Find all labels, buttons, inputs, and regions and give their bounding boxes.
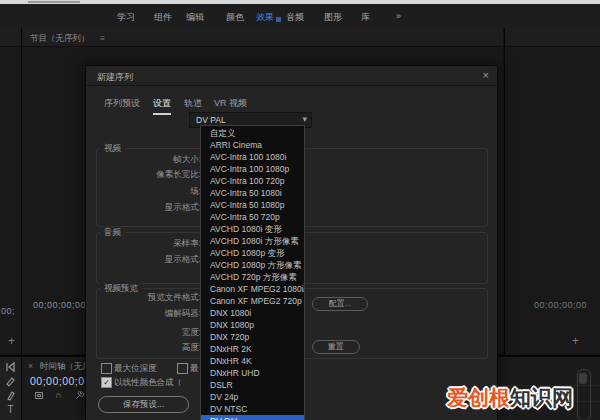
dropdown-item-24[interactable]: DV NTSC (201, 403, 304, 415)
field-label: 帧大小: (96, 154, 201, 166)
watermark-orange-text: 爱创根 (447, 386, 510, 409)
nest-sequence-icon[interactable] (34, 391, 44, 400)
dropdown-item-22[interactable]: DSLR (201, 379, 304, 391)
dialog-titlebar[interactable]: 新建序列 × (86, 66, 497, 86)
timeline-panel-tab[interactable]: 时间轴（无序 (40, 361, 91, 373)
dropdown-item-17[interactable]: DNX 1080p (201, 319, 304, 331)
type-tool-icon[interactable]: T (4, 404, 17, 416)
field-label: 宽度: (96, 327, 201, 339)
reset-button[interactable]: 重置 (312, 340, 360, 354)
right-panel-timecode[interactable]: 00;00;00;00 (534, 300, 587, 310)
dropdown-item-9[interactable]: AVCHD 1080i 变形 (201, 223, 304, 235)
workspace-tab-6[interactable]: 音频 (286, 11, 304, 24)
program-panel-tab[interactable]: 节目（无序列） (30, 33, 90, 45)
pen-tool-icon[interactable] (4, 389, 17, 401)
save-preset-button[interactable]: 保存预设... (98, 396, 189, 413)
tools-panel: T (0, 355, 22, 420)
configure-button[interactable]: 配置... (312, 297, 368, 311)
timeline-settings-icon[interactable] (75, 391, 85, 400)
dropdown-item-14[interactable]: Canon XF MPEG2 1080i/p (201, 283, 304, 295)
dropdown-item-1[interactable]: 自定义 (201, 127, 304, 139)
max-render-quality-checkbox[interactable] (177, 363, 188, 374)
dropdown-item-18[interactable]: DNX 720p (201, 331, 304, 343)
workspace-bar: 学习组件编辑颜色效果音频图形库» (0, 4, 600, 29)
dropdown-item-4[interactable]: AVC-Intra 100 1080p (201, 163, 304, 175)
workspace-tab-2[interactable]: 组件 (154, 11, 172, 24)
snap-icon[interactable]: ∩ (55, 390, 61, 400)
dropdown-item-8[interactable]: AVC-Intra 50 720p (201, 211, 304, 223)
dropdown-item-23[interactable]: DV 24p (201, 391, 304, 403)
dropdown-item-3[interactable]: AVC-Intra 100 1080i (201, 151, 304, 163)
program-panel-header: 节目（无序列） ≡ (22, 28, 503, 47)
left-panel-sliver: 00;00; + (0, 28, 22, 354)
effects-active-badge (276, 17, 281, 22)
field-label: 采样率: (96, 238, 201, 250)
panel-menu-icon[interactable]: ≡ (100, 33, 105, 43)
dropdown-item-11[interactable]: AVCHD 1080p 变形 (201, 247, 304, 259)
workspace-tab-4[interactable]: 颜色 (226, 11, 244, 24)
field-label: 场: (96, 186, 201, 198)
max-bit-depth-checkbox[interactable] (101, 363, 112, 374)
dialog-tab-2[interactable]: 设置 (153, 97, 171, 115)
edit-mode-value: DV PAL (196, 115, 226, 125)
max-render-quality-label: 最 (190, 363, 199, 375)
right-panel-header (505, 28, 600, 47)
dropdown-item-6[interactable]: AVC-Intra 50 1080i (201, 187, 304, 199)
dropdown-item-25[interactable]: DV PAL (201, 415, 304, 420)
track-select-tool-icon[interactable] (4, 361, 17, 373)
dropdown-item-16[interactable]: DNX 1080i (201, 307, 304, 319)
right-panel-add-icon[interactable]: + (572, 336, 579, 346)
dialog-tab-1[interactable]: 序列预设 (104, 97, 140, 113)
dropdown-item-10[interactable]: AVCHD 1080i 方形像素 (201, 235, 304, 247)
watermark-dark-text: 知识网 (510, 386, 573, 409)
dialog-title: 新建序列 (97, 71, 133, 84)
dropdown-item-19[interactable]: DNxHR 2K (201, 343, 304, 355)
chevron-down-icon: ▾ (302, 114, 307, 124)
field-label: 像素长宽比: (96, 169, 201, 181)
max-bit-depth-label: 最大位深度 (114, 363, 157, 375)
watermark: 爱创根知识网 (447, 384, 573, 412)
dialog-tab-4[interactable]: VR 视频 (214, 97, 247, 113)
razor-tool-icon[interactable] (4, 375, 17, 387)
workspace-tab-8[interactable]: 库 (361, 11, 370, 24)
dropdown-item-20[interactable]: DNxHR 4K (201, 355, 304, 367)
workspace-tab-7[interactable]: 图形 (324, 11, 342, 24)
app-window: 学习组件编辑颜色效果音频图形库» 00;00; + 节目（无序列） ≡ 00;0… (0, 0, 600, 420)
left-panel-header (0, 28, 21, 47)
linear-color-checkbox[interactable]: ✓ (101, 377, 112, 388)
program-timecode[interactable]: 00;00;00;00 (33, 300, 86, 310)
dropdown-item-2[interactable]: ARRI Cinema (201, 139, 304, 151)
dropdown-item-15[interactable]: Canon XF MPEG2 720p (201, 295, 304, 307)
left-panel-timecode[interactable]: 00;00; (0, 300, 20, 318)
field-label: 显示格式: (96, 202, 201, 214)
dropdown-item-13[interactable]: AVCHD 720p 方形像素 (201, 271, 304, 283)
field-label: 显示格式: (96, 254, 201, 266)
dialog-close-icon[interactable]: × (483, 69, 489, 81)
menu-text-smudge (28, 1, 80, 3)
dropdown-item-12[interactable]: AVCHD 1080p 方形像素 (201, 259, 304, 271)
dropdown-item-21[interactable]: DNxHR UHD (201, 367, 304, 379)
field-label: 预览文件格式: (96, 292, 201, 304)
left-panel-add-icon[interactable]: + (8, 336, 15, 346)
edit-mode-dropdown-list: 自定义ARRI CinemaAVC-Intra 100 1080iAVC-Int… (200, 125, 305, 420)
workspace-tab-5[interactable]: 效果 (256, 11, 274, 24)
workspace-tab-1[interactable]: 学习 (117, 11, 135, 24)
dialog-tab-3[interactable]: 轨道 (184, 97, 202, 113)
timeline-scrollbar-thumb[interactable] (579, 373, 587, 384)
dropdown-item-7[interactable]: AVC-Intra 50 1080p (201, 199, 304, 211)
workspace-tab-3[interactable]: 编辑 (186, 11, 204, 24)
timeline-timecode[interactable]: 00;00;00;00 (30, 375, 91, 387)
field-label: 编解码器: (96, 308, 201, 320)
dropdown-item-5[interactable]: AVC-Intra 100 720p (201, 175, 304, 187)
field-label: 高度: (96, 342, 201, 354)
linear-color-label: 以线性颜色合成（ (114, 377, 182, 389)
workspace-tab-9[interactable]: » (396, 11, 401, 21)
timeline-close-icon[interactable]: × (28, 361, 33, 371)
right-panel-sliver: 00;00;00;00 + (504, 28, 600, 354)
